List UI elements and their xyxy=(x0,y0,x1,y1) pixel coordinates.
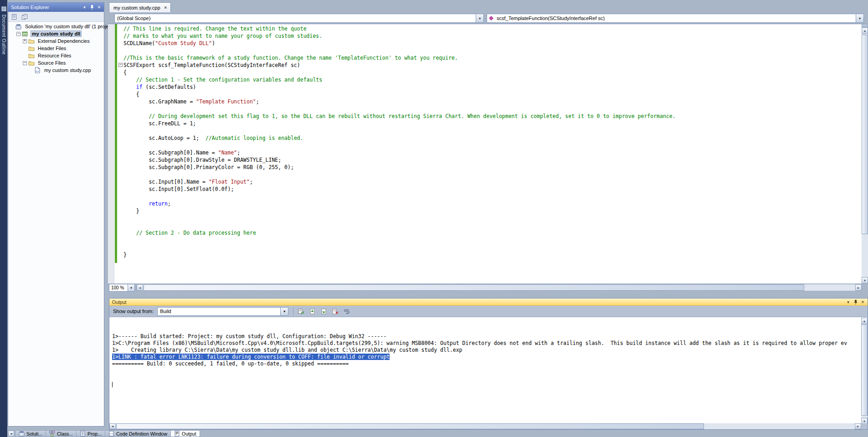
code-line[interactable]: // marks to what you want to name your g… xyxy=(123,32,676,40)
code-line[interactable]: if (sc.SetDefaults) xyxy=(123,83,676,91)
breakpoint-gutter[interactable] xyxy=(108,24,114,283)
code-line[interactable]: sc.Subgraph[0].Name = "Name"; xyxy=(123,149,676,156)
chevron-down-icon[interactable]: ▾ xyxy=(856,14,863,22)
chevron-down-icon[interactable]: ▾ xyxy=(128,284,134,291)
chevron-down-icon[interactable]: ▾ xyxy=(476,14,483,22)
code-line[interactable]: sc.FreeDLL = 1; xyxy=(123,120,676,127)
tree-item-source-files[interactable]: −Source Files xyxy=(8,59,104,67)
code-line[interactable]: //This is the basic framework of a study… xyxy=(123,54,676,62)
code-line[interactable]: SCDLLName("Custom Study DLL") xyxy=(123,40,676,47)
code-line[interactable] xyxy=(123,236,676,244)
code-line[interactable] xyxy=(123,222,676,229)
output-log[interactable]: 1>------ Build started: Project: my cust… xyxy=(109,318,861,424)
scroll-down-icon[interactable]: ▼ xyxy=(862,277,868,283)
scroll-right-icon[interactable]: ► xyxy=(855,423,861,429)
output-panel-header[interactable]: Output ▾ ✕ xyxy=(109,298,868,306)
code-line[interactable] xyxy=(123,193,676,200)
tree-item-external-dependencies[interactable]: +External Dependencies xyxy=(8,37,104,45)
tree-item-resource-files[interactable]: Resource Files xyxy=(8,52,104,59)
bottom-tab-class[interactable]: Class... xyxy=(46,430,77,437)
code-line[interactable] xyxy=(123,244,676,251)
code-line[interactable]: sc.Input[0].Name = "Float Input"; xyxy=(123,178,676,185)
scrollbar-track[interactable] xyxy=(143,284,855,291)
code-line[interactable]: return; xyxy=(123,200,676,207)
code-line[interactable]: } xyxy=(123,207,676,215)
scroll-left-icon[interactable]: ◄ xyxy=(109,423,116,429)
member-dropdown[interactable]: scsf_TemplateFunction(SCStudyInterfaceRe… xyxy=(487,14,864,23)
editor-vertical-scrollbar[interactable]: ▲ ▼ xyxy=(862,24,868,283)
word-wrap-button[interactable] xyxy=(342,307,351,316)
previous-message-button[interactable] xyxy=(308,307,317,316)
window-position-icon[interactable]: ▾ xyxy=(845,299,852,305)
zoom-dropdown[interactable]: 100 % ▾ xyxy=(109,284,135,292)
fold-collapse-icon[interactable]: − xyxy=(118,63,123,67)
close-icon[interactable]: ✕ xyxy=(859,299,866,305)
output-horizontal-scrollbar[interactable]: ◄ ► xyxy=(109,423,861,429)
split-handle[interactable] xyxy=(862,24,868,27)
output-source-dropdown[interactable]: Build ▾ xyxy=(157,307,288,316)
code-line[interactable] xyxy=(123,105,676,113)
output-line[interactable]: 1>C:\Program Files (x86)\MSBuild\Microso… xyxy=(112,340,861,347)
clear-all-button[interactable] xyxy=(330,307,339,316)
next-message-button[interactable] xyxy=(319,307,328,316)
output-line[interactable]: ========== Build: 0 succeeded, 1 failed,… xyxy=(112,360,861,367)
tree-item-header-files[interactable]: Header Files xyxy=(8,45,104,52)
scrollbar-thumb[interactable] xyxy=(144,284,804,291)
code-line[interactable]: } xyxy=(123,251,676,258)
collapse-icon[interactable]: − xyxy=(23,61,27,65)
scrollbar-thumb[interactable] xyxy=(862,35,868,234)
scrollbar-track[interactable] xyxy=(116,423,855,429)
tree-item-my-custom-study-dll[interactable]: −++my custom study dll xyxy=(8,30,104,37)
tab-scroll-left-icon[interactable]: ◄ xyxy=(8,431,14,437)
output-line[interactable]: 1>LINK : fatal error LNK1123: failure du… xyxy=(112,354,861,360)
code-line[interactable]: // Section 1 - Set the configuration var… xyxy=(123,76,676,83)
code-line[interactable]: SCSFExport scsf_TemplateFunction(SCStudy… xyxy=(123,62,676,69)
tree-item-solution-my-custom-study-dll-1-project[interactable]: Solution 'my custom study dll' (1 projec… xyxy=(8,23,104,30)
code-line[interactable] xyxy=(123,142,676,149)
window-position-icon[interactable]: ▾ xyxy=(81,4,88,10)
scrollbar-thumb[interactable] xyxy=(861,324,868,416)
bottom-tab-soluti[interactable]: Soluti... xyxy=(15,430,46,437)
code-line[interactable]: sc.AutoLoop = 1; //Automatic looping is … xyxy=(123,134,676,142)
code-editor[interactable]: − // This line is required. Change the t… xyxy=(108,24,862,283)
output-line[interactable]: 1>------ Build started: Project: my cust… xyxy=(112,333,861,340)
properties-button[interactable] xyxy=(10,13,19,21)
code-line[interactable]: sc.Input[0].SetFloat(0.0f); xyxy=(123,185,676,193)
code-line[interactable]: // This line is required. Change the tex… xyxy=(123,25,676,32)
show-all-files-button[interactable] xyxy=(20,13,29,21)
output-vertical-scrollbar[interactable]: ▲ ▼ xyxy=(861,318,868,424)
close-tab-icon[interactable]: ✕ xyxy=(164,5,168,10)
code-line[interactable]: sc.Subgraph[0].DrawStyle = DRAWSTYLE_LIN… xyxy=(123,156,676,164)
document-outline-tab[interactable]: Document Outline xyxy=(0,6,7,55)
code-line[interactable]: // During development set this flag to 1… xyxy=(123,113,676,120)
code-line[interactable] xyxy=(123,47,676,54)
code-line[interactable]: { xyxy=(123,69,676,76)
close-icon[interactable]: ✕ xyxy=(96,4,103,10)
code-line[interactable]: { xyxy=(123,91,676,98)
scroll-right-icon[interactable]: ► xyxy=(855,284,862,291)
editor-horizontal-scrollbar[interactable]: ◄ ► xyxy=(137,284,862,291)
pin-icon[interactable] xyxy=(852,299,859,305)
pin-icon[interactable] xyxy=(88,4,95,10)
scrollbar-track[interactable] xyxy=(862,34,868,277)
code-line[interactable]: sc.Subgraph[0].PrimaryColor = RGB (0, 25… xyxy=(123,164,676,171)
find-message-button[interactable] xyxy=(296,307,305,316)
bottom-tab-prop[interactable]: Prop... xyxy=(77,430,105,437)
output-line[interactable]: 1> Creating library C:\Sierra\Data\my cu… xyxy=(112,347,861,354)
bottom-tab-code-definition-window[interactable]: <>Code Definition Window xyxy=(105,430,171,437)
code-line[interactable] xyxy=(123,171,676,178)
code-line[interactable] xyxy=(123,215,676,222)
scroll-up-icon[interactable]: ▲ xyxy=(861,318,868,324)
document-tab[interactable]: my custom study.cpp ✕ xyxy=(109,2,171,12)
expand-icon[interactable]: + xyxy=(23,39,27,43)
code-line[interactable]: // Section 2 - Do data processing here xyxy=(123,229,676,236)
bottom-tab-output[interactable]: Output xyxy=(171,430,200,437)
chevron-down-icon[interactable]: ▾ xyxy=(280,308,288,315)
code-line[interactable] xyxy=(123,127,676,134)
collapse-icon[interactable]: − xyxy=(16,32,21,36)
scope-dropdown[interactable]: (Global Scope) ▾ xyxy=(114,14,484,23)
solution-explorer-header[interactable]: Solution Explorer ▾ ✕ xyxy=(8,3,104,12)
scrollbar-thumb[interactable] xyxy=(116,423,704,429)
scroll-left-icon[interactable]: ◄ xyxy=(137,284,143,291)
tree-item-my-custom-study-cpp[interactable]: ++my custom study.cpp xyxy=(8,67,104,74)
